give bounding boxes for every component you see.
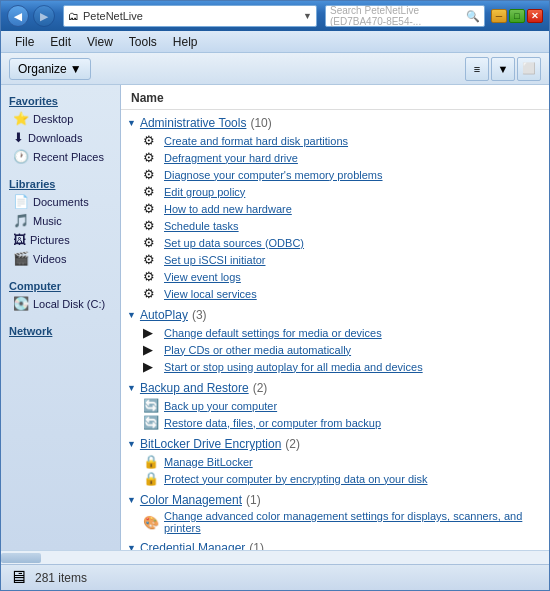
search-placeholder: Search PeteNetLive (ED7BA470-8E54-... bbox=[330, 5, 466, 27]
list-item[interactable]: ⚙Set up iSCSI initiator bbox=[137, 251, 549, 268]
item-text: Defragment your hard drive bbox=[164, 152, 298, 164]
sidebar-item-videos[interactable]: 🎬 Videos bbox=[1, 249, 120, 268]
sidebar: Favorites ⭐ Desktop ⬇ Downloads 🕐 Recent… bbox=[1, 85, 121, 550]
list-item[interactable]: ⚙View event logs bbox=[137, 268, 549, 285]
item-icon: 🔄 bbox=[143, 398, 159, 413]
sidebar-item-label-pictures: Pictures bbox=[30, 234, 70, 246]
color-collapse-arrow: ▼ bbox=[127, 495, 136, 505]
horizontal-scrollbar[interactable] bbox=[1, 550, 549, 564]
sidebar-item-label-videos: Videos bbox=[33, 253, 66, 265]
menu-edit[interactable]: Edit bbox=[42, 33, 79, 51]
backup-items: 🔄Back up your computer 🔄Restore data, fi… bbox=[121, 397, 549, 431]
sidebar-item-recent-places[interactable]: 🕐 Recent Places bbox=[1, 147, 120, 166]
title-bar-controls: ─ □ ✕ bbox=[491, 9, 543, 23]
item-text: Change default settings for media or dev… bbox=[164, 327, 382, 339]
item-text: Set up iSCSI initiator bbox=[164, 254, 266, 266]
organize-label: Organize bbox=[18, 62, 67, 76]
category-bitlocker-title[interactable]: ▼ BitLocker Drive Encryption (2) bbox=[121, 435, 549, 453]
list-item[interactable]: ⚙Create and format hard disk partitions bbox=[137, 132, 549, 149]
sidebar-network: Network bbox=[1, 321, 120, 339]
category-autoplay-title[interactable]: ▼ AutoPlay (3) bbox=[121, 306, 549, 324]
category-backup-restore-title[interactable]: ▼ Backup and Restore (2) bbox=[121, 379, 549, 397]
item-icon: ▶ bbox=[143, 359, 159, 374]
bitlocker-collapse-arrow: ▼ bbox=[127, 439, 136, 449]
sidebar-computer: Computer 💽 Local Disk (C:) bbox=[1, 276, 120, 313]
sidebar-item-downloads[interactable]: ⬇ Downloads bbox=[1, 128, 120, 147]
h-scroll-thumb[interactable] bbox=[1, 553, 41, 563]
list-item[interactable]: ⚙How to add new hardware bbox=[137, 200, 549, 217]
sidebar-item-pictures[interactable]: 🖼 Pictures bbox=[1, 230, 120, 249]
minimize-button[interactable]: ─ bbox=[491, 9, 507, 23]
item-text: Back up your computer bbox=[164, 400, 277, 412]
bitlocker-link[interactable]: BitLocker Drive Encryption bbox=[140, 437, 281, 451]
maximize-button[interactable]: □ bbox=[509, 9, 525, 23]
item-text: Protect your computer by encrypting data… bbox=[164, 473, 428, 485]
organize-button[interactable]: Organize ▼ bbox=[9, 58, 91, 80]
category-admin-tools-title[interactable]: ▼ Administrative Tools (10) bbox=[121, 114, 549, 132]
content-pane[interactable]: Name ▼ Administrative Tools (10) ⚙Create… bbox=[121, 85, 549, 550]
backup-link[interactable]: Backup and Restore bbox=[140, 381, 249, 395]
menu-view[interactable]: View bbox=[79, 33, 121, 51]
autoplay-count: (3) bbox=[192, 308, 207, 322]
menu-help[interactable]: Help bbox=[165, 33, 206, 51]
preview-pane-button[interactable]: ⬜ bbox=[517, 57, 541, 81]
sidebar-item-label-music: Music bbox=[33, 215, 62, 227]
list-item[interactable]: 🔄Back up your computer bbox=[137, 397, 549, 414]
documents-icon: 📄 bbox=[13, 194, 29, 209]
sidebar-item-music[interactable]: 🎵 Music bbox=[1, 211, 120, 230]
color-link[interactable]: Color Management bbox=[140, 493, 242, 507]
close-button[interactable]: ✕ bbox=[527, 9, 543, 23]
list-item[interactable]: ⚙Set up data sources (ODBC) bbox=[137, 234, 549, 251]
search-bar[interactable]: Search PeteNetLive (ED7BA470-8E54-... 🔍 bbox=[325, 5, 485, 27]
item-text: Schedule tasks bbox=[164, 220, 239, 232]
list-item[interactable]: ▶Change default settings for media or de… bbox=[137, 324, 549, 341]
sidebar-item-documents[interactable]: 📄 Documents bbox=[1, 192, 120, 211]
list-item[interactable]: 🎨Change advanced color management settin… bbox=[137, 509, 549, 535]
view-options-button[interactable]: ≡ bbox=[465, 57, 489, 81]
category-credential-title[interactable]: ▼ Credential Manager (1) bbox=[121, 539, 549, 550]
category-backup-restore: ▼ Backup and Restore (2) 🔄Back up your c… bbox=[121, 379, 549, 431]
item-text: Create and format hard disk partitions bbox=[164, 135, 348, 147]
autoplay-collapse-arrow: ▼ bbox=[127, 310, 136, 320]
sidebar-network-title: Network bbox=[1, 321, 120, 339]
sidebar-computer-title: Computer bbox=[1, 276, 120, 294]
downloads-icon: ⬇ bbox=[13, 130, 24, 145]
list-item[interactable]: ⚙Schedule tasks bbox=[137, 217, 549, 234]
item-icon: 🔒 bbox=[143, 471, 159, 486]
list-item[interactable]: ⚙Edit group policy bbox=[137, 183, 549, 200]
list-item[interactable]: ⚙Diagnose your computer's memory problem… bbox=[137, 166, 549, 183]
list-item[interactable]: ⚙Defragment your hard drive bbox=[137, 149, 549, 166]
sidebar-favorites-title: Favorites bbox=[1, 91, 120, 109]
autoplay-link[interactable]: AutoPlay bbox=[140, 308, 188, 322]
list-item[interactable]: 🔄Restore data, files, or computer from b… bbox=[137, 414, 549, 431]
list-item[interactable]: 🔒Manage BitLocker bbox=[137, 453, 549, 470]
address-dropdown-arrow[interactable]: ▼ bbox=[303, 11, 312, 21]
sidebar-item-label-desktop: Desktop bbox=[33, 113, 73, 125]
sidebar-item-local-disk[interactable]: 💽 Local Disk (C:) bbox=[1, 294, 120, 313]
list-item[interactable]: 🔒Protect your computer by encrypting dat… bbox=[137, 470, 549, 487]
list-item[interactable]: ⚙View local services bbox=[137, 285, 549, 302]
sidebar-item-desktop[interactable]: ⭐ Desktop bbox=[1, 109, 120, 128]
search-icon[interactable]: 🔍 bbox=[466, 10, 480, 23]
category-bitlocker: ▼ BitLocker Drive Encryption (2) 🔒Manage… bbox=[121, 435, 549, 487]
forward-button[interactable]: ▶ bbox=[33, 5, 55, 27]
view-dropdown-button[interactable]: ▼ bbox=[491, 57, 515, 81]
h-scroll-track bbox=[1, 551, 549, 564]
address-bar[interactable]: 🗂 PeteNetLive ▼ bbox=[63, 5, 317, 27]
pictures-icon: 🖼 bbox=[13, 232, 26, 247]
item-icon: ⚙ bbox=[143, 269, 159, 284]
list-item[interactable]: ▶Play CDs or other media automatically bbox=[137, 341, 549, 358]
admin-tools-link[interactable]: Administrative Tools bbox=[140, 116, 247, 130]
toolbar-right: ≡ ▼ ⬜ bbox=[465, 57, 541, 81]
category-color-title[interactable]: ▼ Color Management (1) bbox=[121, 491, 549, 509]
column-header: Name bbox=[121, 89, 549, 110]
sidebar-libraries-title: Libraries bbox=[1, 174, 120, 192]
menu-tools[interactable]: Tools bbox=[121, 33, 165, 51]
item-icon: 🔒 bbox=[143, 454, 159, 469]
sidebar-item-label-recent: Recent Places bbox=[33, 151, 104, 163]
list-item[interactable]: ▶Start or stop using autoplay for all me… bbox=[137, 358, 549, 375]
back-button[interactable]: ◀ bbox=[7, 5, 29, 27]
color-count: (1) bbox=[246, 493, 261, 507]
credential-link[interactable]: Credential Manager bbox=[140, 541, 245, 550]
menu-file[interactable]: File bbox=[7, 33, 42, 51]
